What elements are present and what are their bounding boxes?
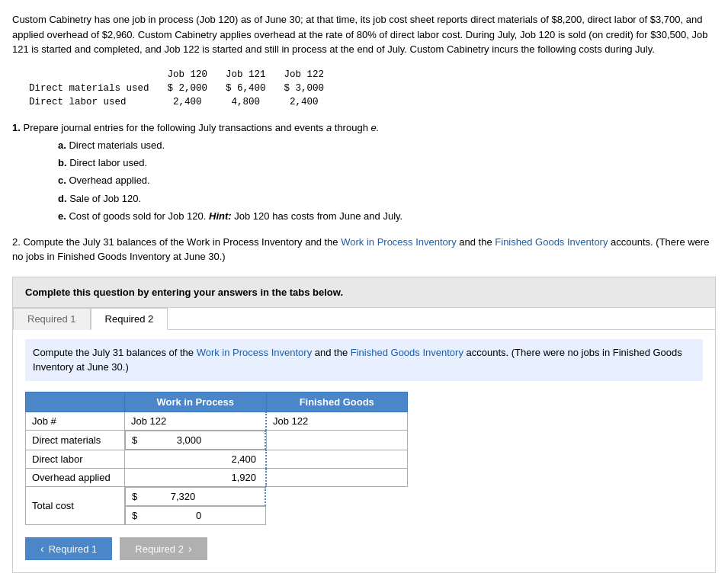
q1-item-b: b. Direct labor used. — [58, 154, 716, 171]
tabs-row: Required 1 Required 2 — [13, 308, 715, 330]
next-label: Required 2 — [135, 543, 184, 555]
job-wip-input[interactable] — [131, 415, 259, 427]
next-arrow-icon: › — [188, 543, 192, 555]
row-job-fg[interactable] — [266, 412, 408, 430]
col-job120: Job 120 — [159, 68, 217, 82]
prev-arrow-icon: ‹ — [40, 543, 44, 555]
q1-item-a: a. Direct materials used. — [58, 136, 716, 154]
dl-fg-input[interactable] — [273, 453, 401, 465]
col-job122: Job 122 — [275, 68, 334, 82]
tab2-wip-blue: Work in Process Inventory — [197, 347, 312, 358]
row-dm-fg[interactable] — [266, 430, 408, 450]
job-fg-input[interactable] — [273, 415, 401, 427]
q1-italic: a — [326, 122, 332, 133]
row-dl-job122: 2,400 — [275, 95, 334, 109]
col-job121: Job 121 — [216, 68, 275, 82]
oh-wip-input[interactable] — [188, 472, 256, 483]
tab2-fg-blue: Finished Goods Inventory — [351, 347, 463, 358]
row-job-label: Job # — [26, 412, 125, 430]
row-direct-labor-label: Direct labor used — [20, 95, 159, 109]
table-row-direct-labor: Direct labor — [26, 450, 408, 468]
intro-paragraph: Custom Cabinetry has one job in process … — [12, 12, 716, 57]
table-row-job: Job # — [26, 412, 408, 430]
table-row-total: Total cost $ $ — [26, 486, 408, 525]
row-dl-fg[interactable] — [266, 450, 408, 468]
total-fg-input[interactable] — [140, 510, 201, 521]
tab-required1[interactable]: Required 1 — [13, 308, 91, 330]
next-required2-button[interactable]: Required 2 › — [120, 537, 207, 560]
nav-buttons: ‹ Required 1 Required 2 › — [25, 537, 703, 560]
inventory-table: Work in Process Finished Goods Job # — [25, 392, 408, 526]
prev-label: Required 1 — [49, 543, 98, 555]
q1-number: 1. — [12, 122, 21, 133]
q1-item-c: c. Overhead applied. — [58, 171, 716, 189]
row-dm-job120: $ 2,000 — [159, 82, 217, 95]
row-oh-wip — [125, 468, 267, 486]
q1-item-e: e. Cost of goods sold for Job 120. Hint:… — [58, 207, 716, 225]
col-fg-header: Finished Goods — [266, 392, 408, 412]
table-row-direct-materials: Direct materials $ — [26, 430, 408, 450]
row-dl-label: Direct labor — [26, 450, 125, 468]
q1-e: e. — [371, 122, 380, 133]
dl-wip-input[interactable] — [188, 453, 256, 465]
cost-data-table: Job 120 Job 121 Job 122 Direct materials… — [20, 68, 333, 109]
tabs-container: Required 1 Required 2 Compute the July 3… — [12, 308, 716, 574]
q1-list: a. Direct materials used. b. Direct labo… — [58, 136, 716, 226]
row-total-wip: $ — [125, 487, 266, 506]
row-dm-job121: $ 6,400 — [216, 82, 275, 95]
tab2-content: Compute the July 31 balances of the Work… — [13, 330, 715, 573]
row-oh-fg[interactable] — [266, 468, 408, 486]
row-job-wip[interactable] — [125, 412, 267, 430]
row-dm-job122: $ 3,000 — [275, 82, 334, 95]
row-dm-label: Direct materials — [26, 430, 125, 450]
q2-fg-highlight: Finished Goods Inventory — [495, 236, 608, 248]
q1-item-d: d. Sale of Job 120. — [58, 190, 716, 207]
tab2-description: Compute the July 31 balances of the Work… — [25, 339, 703, 381]
complete-box: Complete this question by entering your … — [12, 277, 716, 308]
q1-through: through — [335, 122, 368, 133]
table-row-overhead: Overhead applied — [26, 468, 408, 486]
dm-fg-input[interactable] — [273, 434, 402, 446]
question1-section: 1. Prepare journal entries for the follo… — [12, 120, 716, 226]
row-total-fg: $ — [125, 506, 266, 525]
row-dl-job121: 4,800 — [216, 95, 275, 109]
row-oh-label: Overhead applied — [26, 468, 125, 486]
oh-fg-input[interactable] — [273, 472, 401, 483]
col-wip-header: Work in Process — [125, 392, 267, 412]
row-dl-wip — [125, 450, 267, 468]
row-total-label: Total cost — [26, 486, 125, 525]
question2-section: 2. Compute the July 31 balances of the W… — [12, 235, 716, 264]
col-label-header — [26, 392, 125, 412]
q2-text-before: Compute the July 31 balances of the Work… — [23, 236, 338, 248]
total-wip-input[interactable] — [140, 491, 195, 502]
row-dl-job120: 2,400 — [159, 95, 217, 109]
dm-wip-input[interactable] — [140, 434, 201, 446]
prev-required1-button[interactable]: ‹ Required 1 — [25, 537, 112, 560]
q2-wip-highlight: Work in Process Inventory — [341, 236, 456, 248]
row-dm-wip: $ — [125, 431, 266, 450]
q1-text: Prepare journal entries for the followin… — [23, 122, 323, 133]
tab-required2[interactable]: Required 2 — [91, 308, 168, 330]
q2-number: 2. — [12, 236, 21, 248]
row-direct-materials-label: Direct materials used — [20, 82, 159, 95]
